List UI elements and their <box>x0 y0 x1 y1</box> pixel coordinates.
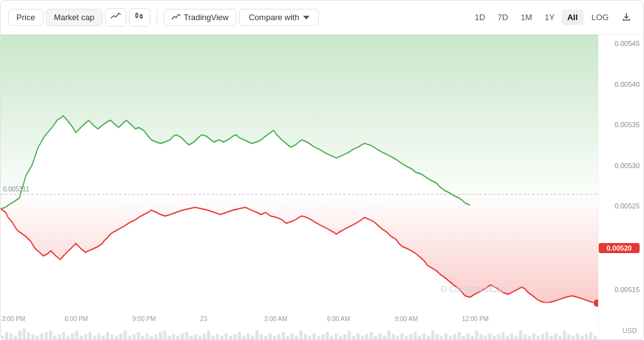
svg-rect-45 <box>106 332 109 339</box>
price-tab[interactable]: Price <box>8 9 43 26</box>
svg-rect-84 <box>277 334 280 339</box>
svg-rect-89 <box>299 331 303 339</box>
usd-label: USD <box>599 327 640 334</box>
svg-rect-134 <box>497 334 500 339</box>
svg-rect-55 <box>150 336 153 339</box>
svg-rect-135 <box>501 332 504 339</box>
svg-rect-57 <box>158 332 162 339</box>
svg-rect-61 <box>176 336 179 339</box>
y-label-2: 0.00540 <box>599 81 640 88</box>
svg-rect-1 <box>140 15 142 18</box>
svg-rect-74 <box>233 334 236 339</box>
svg-rect-123 <box>449 336 452 339</box>
period-1m[interactable]: 1M <box>515 9 538 25</box>
svg-rect-106 <box>374 336 377 339</box>
svg-rect-41 <box>89 332 92 339</box>
y-label-1: 0.00545 <box>599 40 640 47</box>
svg-rect-46 <box>111 334 114 339</box>
svg-rect-24 <box>14 336 17 339</box>
svg-rect-52 <box>137 332 140 339</box>
y-label-4: 0.00530 <box>599 162 640 169</box>
svg-rect-103 <box>361 336 364 339</box>
svg-rect-93 <box>317 336 320 339</box>
svg-rect-59 <box>167 336 170 339</box>
svg-rect-51 <box>133 334 136 339</box>
svg-rect-91 <box>308 336 311 339</box>
svg-rect-113 <box>405 336 408 339</box>
svg-rect-65 <box>194 334 197 339</box>
period-7d[interactable]: 7D <box>492 9 514 25</box>
y-label-3: 0.00535 <box>599 121 640 128</box>
svg-rect-75 <box>238 332 241 339</box>
svg-text:9:00 PM: 9:00 PM <box>133 314 156 322</box>
svg-rect-33 <box>53 336 57 339</box>
svg-rect-39 <box>80 336 83 339</box>
svg-rect-127 <box>466 334 469 339</box>
svg-rect-149 <box>563 331 566 339</box>
svg-rect-47 <box>115 336 118 339</box>
svg-rect-124 <box>453 334 456 339</box>
log-button[interactable]: LOG <box>586 9 614 25</box>
svg-rect-129 <box>475 331 478 339</box>
svg-rect-94 <box>321 334 325 339</box>
svg-rect-77 <box>247 334 250 339</box>
svg-rect-90 <box>304 334 307 339</box>
svg-rect-87 <box>291 334 294 339</box>
svg-rect-152 <box>576 334 579 339</box>
y-axis: 0.00545 0.00540 0.00535 0.00530 0.00525 … <box>598 35 643 339</box>
svg-rect-137 <box>510 334 513 339</box>
svg-rect-53 <box>142 336 145 339</box>
svg-rect-31 <box>45 332 48 339</box>
svg-rect-64 <box>189 336 192 339</box>
line-chart-icon[interactable] <box>105 8 126 26</box>
svg-rect-145 <box>545 332 548 339</box>
svg-rect-132 <box>488 334 491 339</box>
marketcap-tab[interactable]: Market cap <box>46 9 103 26</box>
svg-rect-82 <box>269 334 272 339</box>
svg-rect-153 <box>580 336 584 339</box>
svg-rect-108 <box>383 336 386 339</box>
svg-rect-76 <box>242 336 245 339</box>
svg-rect-114 <box>409 334 413 339</box>
svg-rect-96 <box>330 336 333 339</box>
svg-rect-116 <box>418 336 421 339</box>
svg-rect-100 <box>348 331 351 339</box>
svg-rect-110 <box>392 334 395 339</box>
svg-rect-151 <box>572 336 575 339</box>
current-price-badge: 0.00520 <box>599 243 640 253</box>
compare-label: Compare with <box>248 13 299 22</box>
compare-button[interactable]: Compare with <box>239 9 318 26</box>
svg-rect-86 <box>286 336 289 339</box>
svg-rect-80 <box>260 334 263 339</box>
period-all[interactable]: All <box>562 9 584 25</box>
download-button[interactable] <box>617 9 636 26</box>
svg-rect-92 <box>313 334 316 339</box>
svg-rect-131 <box>484 336 487 339</box>
candle-chart-icon[interactable] <box>129 8 150 26</box>
svg-marker-10 <box>1 195 598 303</box>
svg-text:6:00 PM: 6:00 PM <box>65 314 88 322</box>
svg-rect-70 <box>216 334 219 339</box>
tradingview-button[interactable]: TradingView <box>164 9 237 26</box>
svg-text:9:00 AM: 9:00 AM <box>395 314 418 322</box>
svg-rect-62 <box>180 334 184 339</box>
period-1d[interactable]: 1D <box>469 9 491 25</box>
svg-rect-63 <box>185 332 188 339</box>
svg-rect-148 <box>558 336 562 339</box>
svg-rect-32 <box>49 331 52 339</box>
svg-rect-27 <box>27 332 30 339</box>
period-1y[interactable]: 1Y <box>539 9 560 25</box>
svg-rect-147 <box>554 334 557 339</box>
svg-rect-68 <box>207 331 210 339</box>
svg-rect-95 <box>326 332 329 339</box>
svg-rect-85 <box>282 332 285 339</box>
svg-rect-109 <box>387 331 391 339</box>
tradingview-label: TradingView <box>184 13 229 22</box>
svg-rect-72 <box>225 334 228 339</box>
svg-rect-130 <box>479 334 482 339</box>
svg-rect-50 <box>128 336 131 339</box>
svg-rect-0 <box>136 14 138 17</box>
svg-rect-56 <box>154 334 157 339</box>
svg-rect-121 <box>440 336 443 339</box>
svg-rect-71 <box>220 336 223 339</box>
